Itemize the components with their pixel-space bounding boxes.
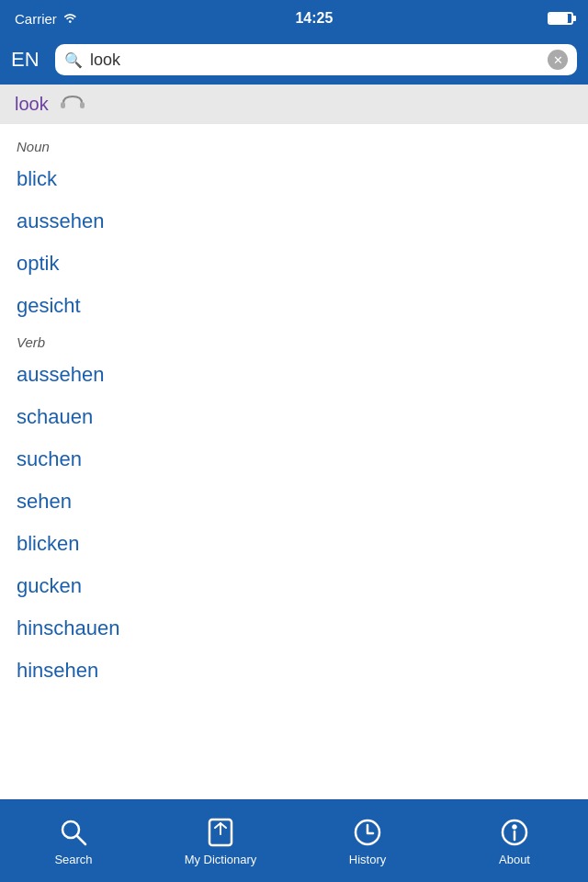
time-label: 14:25: [295, 10, 333, 27]
list-item[interactable]: blicken: [0, 523, 588, 565]
listen-icon[interactable]: [60, 94, 85, 115]
tab-about[interactable]: About: [441, 800, 588, 882]
word-title: look: [15, 94, 49, 115]
list-item[interactable]: hinsehen: [0, 650, 588, 692]
list-item[interactable]: hinschauen: [0, 607, 588, 650]
search-input[interactable]: [90, 51, 540, 70]
tab-history[interactable]: History: [294, 800, 441, 882]
list-item[interactable]: sehen: [0, 481, 588, 523]
my-dictionary-tab-icon: [204, 816, 237, 849]
wifi-icon: [64, 12, 81, 25]
list-item[interactable]: aussehen: [0, 200, 588, 243]
list-item[interactable]: optik: [0, 243, 588, 285]
tab-history-label: History: [349, 853, 386, 866]
carrier-label: Carrier: [15, 11, 57, 27]
tab-bar: Search My Dictionary History About: [0, 799, 588, 882]
search-bar: EN 🔍 ✕: [0, 37, 588, 85]
status-right: [548, 12, 573, 25]
list-item[interactable]: schauen: [0, 396, 588, 438]
status-left: Carrier: [15, 11, 81, 27]
verb-label: Verb: [0, 327, 588, 354]
battery-icon: [548, 12, 573, 25]
status-bar: Carrier 14:25: [0, 0, 588, 37]
history-tab-icon: [351, 816, 384, 849]
svg-line-4: [77, 836, 85, 844]
list-item[interactable]: gesicht: [0, 285, 588, 327]
about-tab-icon: [498, 816, 531, 849]
svg-point-0: [69, 20, 72, 23]
search-icon: 🔍: [64, 51, 83, 69]
list-item[interactable]: gucken: [0, 565, 588, 607]
tab-about-label: About: [499, 853, 530, 866]
list-item[interactable]: aussehen: [0, 354, 588, 396]
search-input-wrap[interactable]: 🔍 ✕: [55, 44, 577, 75]
headphones-icon: [60, 94, 85, 110]
tab-search-label: Search: [54, 853, 92, 866]
tab-search[interactable]: Search: [0, 800, 147, 882]
tab-my-dictionary[interactable]: My Dictionary: [147, 800, 294, 882]
noun-label: Noun: [0, 131, 588, 158]
list-item[interactable]: suchen: [0, 438, 588, 481]
svg-rect-2: [80, 102, 85, 108]
svg-point-9: [514, 826, 516, 829]
list-item[interactable]: blick: [0, 158, 588, 200]
language-label: EN: [11, 48, 44, 72]
word-header: look: [0, 85, 588, 124]
svg-rect-1: [61, 102, 65, 108]
clear-button[interactable]: ✕: [548, 50, 568, 70]
tab-my-dictionary-label: My Dictionary: [185, 853, 257, 866]
search-tab-icon: [57, 816, 90, 849]
translation-content: Noun blick aussehen optik gesicht Verb a…: [0, 124, 588, 789]
